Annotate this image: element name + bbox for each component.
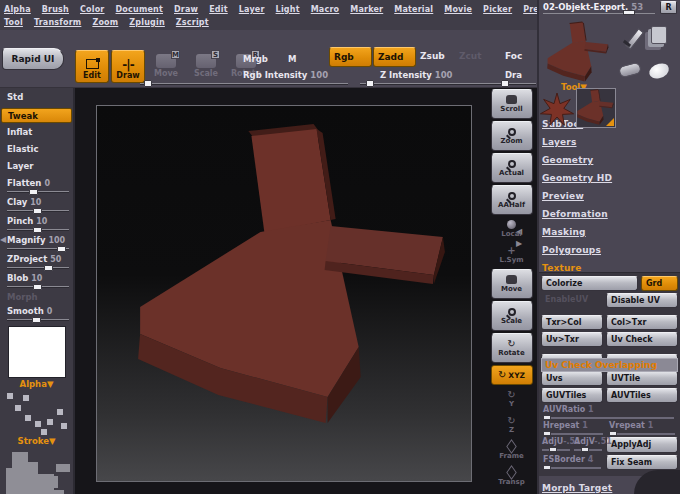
shelf-button[interactable]: ↻ Y xyxy=(491,387,533,411)
brush-item[interactable]: Layer xyxy=(0,159,73,176)
auvratio-slider[interactable]: AUVRatio 1 xyxy=(541,405,678,419)
star-tool-thumbnail[interactable] xyxy=(539,90,575,128)
shelf-button[interactable]: ↻ XYZ xyxy=(491,365,533,385)
brush-item[interactable]: ZProject 50 xyxy=(0,252,73,271)
adjv-handle[interactable] xyxy=(581,447,589,452)
restore-button[interactable]: R xyxy=(660,1,677,14)
brush-item[interactable]: Pinch 10 xyxy=(0,214,73,233)
title-slider[interactable] xyxy=(543,13,655,14)
selected-tool-thumbnail[interactable] xyxy=(576,88,616,128)
brush-item[interactable]: Inflat xyxy=(0,125,73,142)
menu-item[interactable]: Layer xyxy=(239,5,265,14)
sidebar-collapse-arrow[interactable]: ◀ xyxy=(0,236,6,244)
blob-tool-icon[interactable] xyxy=(648,62,670,80)
colorize-button[interactable]: Colorize xyxy=(541,276,638,291)
menu-item[interactable]: Marker xyxy=(350,5,383,14)
subpalette-item[interactable]: Polygroups xyxy=(539,242,680,260)
brush-item-slider[interactable] xyxy=(7,267,69,269)
brush-item[interactable]: Morph xyxy=(0,290,73,304)
menu-item[interactable]: Macro xyxy=(311,5,340,14)
shelf-button[interactable]: Move xyxy=(491,269,533,299)
brush-item-slider[interactable] xyxy=(7,191,69,193)
brush-item-slider[interactable] xyxy=(7,210,69,212)
brush-item[interactable]: Magnify 100 xyxy=(0,233,73,252)
brush-item-slider[interactable] xyxy=(7,286,69,288)
shelf-button[interactable]: Actual xyxy=(491,153,533,183)
menu-item[interactable]: Alpha xyxy=(4,5,31,14)
shelf-button[interactable]: + L.Sym xyxy=(491,243,533,267)
draw-button[interactable]: -|- Draw xyxy=(111,50,145,83)
rgb-intensity-handle[interactable] xyxy=(144,80,152,87)
adju-handle[interactable] xyxy=(549,447,557,452)
zadd-button[interactable]: Zadd xyxy=(373,47,416,67)
guvtiles-button[interactable]: GUVTiles xyxy=(541,388,603,403)
menu-item[interactable]: Zoom xyxy=(92,18,118,27)
fix-seam-button[interactable]: Fix Seam xyxy=(606,455,678,470)
capsule-tool-icon[interactable] xyxy=(618,61,642,78)
draw-size-handle[interactable] xyxy=(501,80,509,87)
disable-uv-button[interactable]: Disable UV xyxy=(606,293,678,308)
fsborder-handle[interactable] xyxy=(543,465,551,470)
shelf-button[interactable]: Local xyxy=(491,217,533,241)
adjv-slider[interactable]: AdjV-.51 xyxy=(574,437,612,446)
stroke-menu-label[interactable]: Stroke▼ xyxy=(0,436,73,446)
menu-item[interactable]: Zplugin xyxy=(129,18,165,27)
stroke-preview[interactable] xyxy=(7,393,67,435)
menu-item[interactable]: Brush xyxy=(42,5,69,14)
brush-item-slider[interactable] xyxy=(7,229,69,231)
edit-button[interactable]: Edit xyxy=(75,50,109,83)
shelf-button[interactable]: AAHalf xyxy=(491,185,533,215)
uv-check-button[interactable]: Uv Check xyxy=(606,332,678,347)
applyadj-button[interactable]: ApplyAdj xyxy=(606,437,678,453)
shelf-button[interactable]: Scroll xyxy=(491,89,533,119)
menu-item[interactable]: Picker xyxy=(483,5,512,14)
rgb-intensity-slider[interactable] xyxy=(140,83,348,85)
subpalette-item[interactable]: Preview xyxy=(539,188,680,206)
alpha-preview[interactable] xyxy=(8,326,66,378)
brush-item-slider[interactable] xyxy=(7,248,69,250)
menu-item[interactable]: Tool xyxy=(4,18,23,27)
texture-preview[interactable] xyxy=(6,450,68,494)
menu-item[interactable]: Movie xyxy=(444,5,472,14)
shelf-button[interactable]: Zoom xyxy=(491,121,533,151)
menu-item[interactable]: Transform xyxy=(34,18,81,27)
sculpt-object[interactable] xyxy=(97,106,471,481)
brush-item[interactable]: Std xyxy=(0,90,73,107)
menu-item[interactable]: Light xyxy=(276,5,300,14)
zsub-toggle[interactable]: Zsub xyxy=(420,51,445,61)
current-tool-preview[interactable] xyxy=(541,20,613,84)
auvratio-handle[interactable] xyxy=(543,415,551,420)
txr-to-col-button[interactable]: Txr>Col xyxy=(541,315,603,330)
menu-item[interactable]: Zscript xyxy=(176,18,209,27)
subpalette-texture[interactable]: Texture xyxy=(539,260,680,270)
move-button[interactable]: M Move xyxy=(148,54,184,84)
rapid-ui-button[interactable]: Rapid UI xyxy=(2,48,64,70)
title-slider-handle[interactable] xyxy=(623,10,635,15)
subpalette-item[interactable]: Masking xyxy=(539,224,680,242)
brush-item[interactable]: Clay 10 xyxy=(0,195,73,214)
vrepeat-handle[interactable] xyxy=(609,431,617,436)
uv-to-txr-button[interactable]: Uv>Txr xyxy=(541,332,603,347)
brush-item-slider[interactable] xyxy=(7,319,69,321)
subpalette-item[interactable]: Geometry xyxy=(539,152,680,170)
shelf-button[interactable]: ↻ Rotate xyxy=(491,333,533,363)
menu-item[interactable]: Draw xyxy=(174,5,198,14)
auvtiles-button[interactable]: AUVTiles xyxy=(606,388,678,403)
uvs-button[interactable]: Uvs xyxy=(541,371,603,386)
document-stack-icon[interactable] xyxy=(651,26,667,44)
brush-item-slider-handle[interactable] xyxy=(32,317,41,323)
uvtile-button[interactable]: UVTile xyxy=(606,371,678,386)
m-toggle[interactable]: M xyxy=(288,54,296,64)
hrepeat-handle[interactable] xyxy=(543,431,551,436)
simple-brush-icon[interactable] xyxy=(621,26,645,50)
brush-item[interactable]: Tweak xyxy=(1,108,72,123)
shelf-button[interactable]: Frame xyxy=(491,439,533,463)
menu-item[interactable]: Material xyxy=(394,5,433,14)
subpalette-item[interactable]: Geometry HD xyxy=(539,170,680,188)
menu-item[interactable]: Edit xyxy=(209,5,228,14)
col-to-txr-button[interactable]: Col>Txr xyxy=(606,315,678,330)
scale-button[interactable]: S Scale xyxy=(188,54,224,84)
grd-button[interactable]: Grd xyxy=(641,276,678,291)
shelf-button[interactable]: Transp xyxy=(491,465,533,489)
fsborder-slider[interactable]: FSBorder 4 xyxy=(541,455,603,469)
